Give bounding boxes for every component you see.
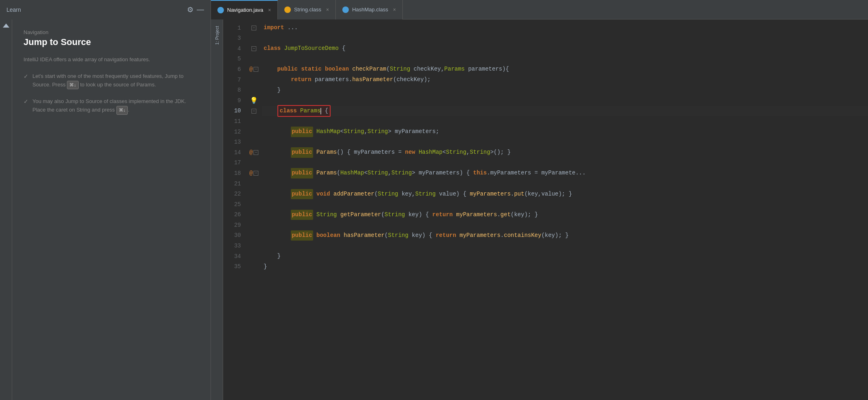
fold-icon-18[interactable]: −: [254, 171, 258, 176]
fn-checkparam: checkParam: [352, 64, 386, 75]
s12: [313, 127, 316, 137]
tab-close-navigation[interactable]: ×: [268, 7, 271, 13]
s30b: [340, 230, 344, 241]
paren-18: (: [337, 168, 340, 178]
indent-8: [264, 85, 277, 96]
indent-34: [264, 251, 277, 262]
params-class-redbox: class Params {: [277, 105, 331, 117]
fn-get-26: get: [501, 210, 511, 220]
close-30: ); }: [555, 230, 569, 241]
code-line-30: public boolean hasParameter ( String key…: [262, 230, 868, 241]
gutter-5: [246, 54, 262, 65]
tab-navigation-java[interactable]: Navigation.java ×: [211, 0, 278, 19]
fold-icon-10[interactable]: −: [251, 109, 256, 114]
kw-new-14: new: [405, 147, 415, 158]
settings-button[interactable]: ⚙: [187, 5, 193, 14]
cls-string-6a: String: [390, 64, 410, 75]
checkmark-2: ✓: [24, 98, 28, 105]
var-checkkey: checkKey: [414, 64, 441, 75]
checkmark-1: ✓: [24, 73, 28, 80]
comma-22: ,: [412, 189, 415, 200]
tab-label-hashmap: HashMap.class: [352, 6, 388, 13]
kw-public-30: public: [291, 230, 313, 241]
s26d: [453, 210, 456, 220]
var-value-22: value: [439, 189, 456, 200]
line-num-11: 11: [223, 116, 241, 127]
kw-class-4: class: [264, 43, 281, 54]
s3: [349, 64, 352, 75]
var-key-26: key: [408, 210, 419, 220]
fold-icon-14[interactable]: −: [254, 150, 258, 155]
line-num-10: 10: [223, 106, 241, 116]
gutter-35: [246, 262, 262, 272]
brace-35: }: [264, 262, 267, 272]
code-line-26: public String getParameter ( String key …: [262, 210, 868, 220]
tab-string-class[interactable]: String.class ×: [278, 0, 336, 19]
kw-return-30: return: [436, 230, 456, 241]
var-myparam-18: myParameters: [419, 168, 460, 178]
comma-18: ,: [388, 168, 391, 178]
s10: [297, 106, 300, 116]
args-30: (: [541, 230, 545, 241]
paren-14: (): [337, 147, 344, 158]
minimize-button[interactable]: —: [197, 5, 204, 14]
cls-string-14b: String: [470, 147, 490, 158]
assign-18: =: [531, 168, 541, 178]
ellipsis-18: ...: [576, 168, 586, 178]
indent-14: [264, 147, 291, 158]
tab-hashmap-class[interactable]: HashMap.class ×: [336, 0, 403, 19]
cls-str-18a: String: [367, 168, 388, 178]
bulb-icon[interactable]: 💡: [250, 97, 258, 105]
var-myparam-assign: myParamete: [541, 168, 576, 178]
s2: [322, 64, 325, 75]
nav-heading: Jump to Source: [24, 37, 199, 47]
fn-addparam: addParameter: [333, 189, 374, 200]
tab-close-string[interactable]: ×: [326, 7, 329, 13]
s14c: [415, 147, 419, 158]
nav-item-text-1: Let's start with one of the most frequen…: [32, 72, 199, 89]
breakpoint-18: @: [249, 170, 253, 176]
fold-icon-6[interactable]: −: [254, 67, 258, 72]
kw-void-22: void: [316, 189, 330, 200]
comma-6: ,: [441, 64, 444, 75]
gutter-11: [246, 116, 262, 127]
code-line-21: [262, 178, 868, 189]
fn-containskey: containsKey: [504, 230, 541, 241]
s5: [465, 64, 468, 75]
s26: [313, 210, 316, 220]
gutter-4: −: [246, 43, 262, 54]
learn-panel-header: Learn ⚙ —: [0, 0, 211, 19]
tab-close-hashmap[interactable]: ×: [393, 7, 396, 13]
project-label[interactable]: 1: Project: [214, 23, 220, 48]
comma-14: ,: [466, 147, 470, 158]
cls-string-22b: String: [415, 189, 436, 200]
gutter-25: [246, 199, 262, 210]
close-26: ); }: [524, 210, 538, 220]
var-key-26b: key: [514, 210, 524, 220]
code-lines[interactable]: import ... class JumpToSourceDemo {: [262, 23, 868, 397]
fold-icon-1[interactable]: −: [251, 26, 256, 30]
line-num-34: 34: [223, 251, 241, 262]
fold-icon-4[interactable]: −: [251, 46, 256, 51]
gutter-8: [246, 85, 262, 96]
gutter-33: [246, 241, 262, 251]
s30c: [408, 230, 412, 241]
cls-params-10: Params: [300, 106, 320, 116]
brace-34: }: [277, 251, 281, 262]
line-num-30: 30: [223, 230, 241, 241]
var-key-22: key: [402, 189, 412, 200]
line-num-25: 25: [223, 199, 241, 210]
code-editor[interactable]: 1 3 4 5 6 7 8 9 10 11 12 13 14 17 18 21 …: [223, 19, 868, 400]
generics-close-12: >: [388, 127, 391, 137]
fn-put: put: [514, 189, 524, 200]
tab-label-string: String.class: [294, 6, 321, 13]
dot-22: .: [511, 189, 514, 200]
brace-30: {: [425, 230, 436, 241]
brace-10: {: [321, 106, 328, 116]
indent-30: [264, 230, 291, 241]
brace-8: }: [277, 85, 281, 96]
s4: [410, 64, 413, 75]
kw-import: import: [264, 23, 284, 33]
s12b: [391, 127, 395, 137]
indent-10: [264, 106, 277, 116]
